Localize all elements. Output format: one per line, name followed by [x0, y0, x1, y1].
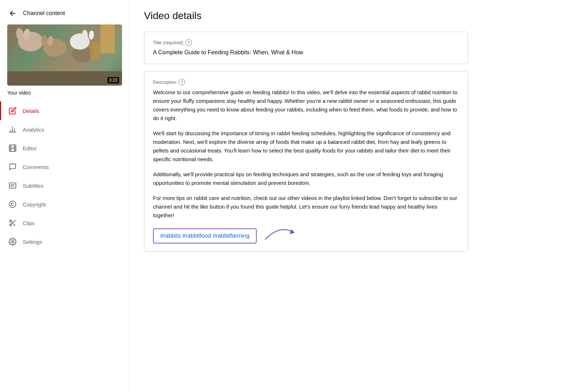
sidebar-item-copyright[interactable]: Copyright	[0, 195, 129, 214]
sidebar-item-label-clips: Clips	[23, 220, 35, 226]
gear-icon	[8, 237, 17, 246]
sidebar-navigation: Details Analytics	[0, 101, 129, 251]
title-help-icon[interactable]: ?	[185, 39, 192, 46]
svg-line-20	[11, 222, 13, 223]
sidebar-item-subtitles[interactable]: Subtitles	[0, 176, 129, 195]
sidebar-item-label-editor: Editor	[23, 145, 37, 151]
sidebar-item-label-copyright: Copyright	[23, 201, 46, 208]
video-duration: 3:23	[107, 77, 119, 83]
svg-rect-12	[9, 183, 16, 188]
sidebar-item-comments[interactable]: Comments	[0, 158, 129, 176]
svg-marker-22	[290, 229, 295, 234]
bar-chart-icon	[8, 125, 17, 134]
copyright-icon	[8, 200, 17, 209]
subtitles-icon	[8, 181, 17, 190]
hashtag-box: #rabbits #rabbitfood #rabbitfarming	[153, 228, 257, 243]
sidebar-item-editor[interactable]: Editor	[0, 139, 129, 158]
sidebar-item-label-subtitles: Subtitles	[23, 183, 44, 189]
sidebar-item-clips[interactable]: Clips	[0, 214, 129, 232]
channel-content-label: Channel content	[23, 10, 65, 17]
svg-line-19	[13, 224, 15, 225]
sidebar-item-settings[interactable]: Settings	[0, 232, 129, 251]
video-thumbnail: 3:23	[7, 24, 122, 86]
sidebar-item-details[interactable]: Details	[0, 101, 129, 120]
description-para-1: Welcome to our comprehensive guide on fe…	[153, 88, 459, 123]
title-field-label: Title (required) ?	[153, 39, 459, 46]
sidebar: Channel content 3:23 Y	[0, 0, 130, 392]
main-content: Video details Title (required) ? A Compl…	[130, 0, 576, 392]
title-section: Title (required) ? A Complete Guide to F…	[144, 32, 468, 64]
page-title: Video details	[144, 10, 562, 22]
description-para-3: Additionally, we'll provide practical ti…	[153, 170, 459, 187]
comment-icon	[8, 163, 17, 171]
back-button[interactable]	[7, 8, 18, 19]
svg-point-15	[9, 201, 16, 208]
sidebar-item-label-comments: Comments	[23, 164, 49, 170]
sidebar-header: Channel content	[0, 0, 129, 24]
sidebar-item-label-details: Details	[23, 108, 39, 114]
description-para-4: For more tips on rabbit care and nutriti…	[153, 194, 459, 220]
video-thumbnail-container: 3:23	[7, 24, 122, 86]
sidebar-item-analytics[interactable]: Analytics	[0, 120, 129, 139]
description-text: Welcome to our comprehensive guide on fe…	[153, 88, 459, 220]
title-value: A Complete Guide to Feeding Rabbits: Whe…	[153, 49, 459, 56]
description-field-label: Description ?	[153, 79, 459, 85]
description-help-icon[interactable]: ?	[179, 79, 185, 85]
sidebar-item-label-settings: Settings	[23, 239, 42, 245]
svg-point-21	[12, 241, 14, 243]
pencil-icon	[8, 106, 17, 115]
hashtag-row: #rabbits #rabbitfood #rabbitfarming	[153, 221, 459, 244]
back-arrow-icon	[9, 9, 17, 17]
your-video-label: Your video	[0, 90, 129, 101]
description-para-2: We'll start by discussing the importance…	[153, 129, 459, 164]
description-section: Description ? Welcome to our comprehensi…	[144, 71, 468, 252]
scissors-icon	[8, 219, 17, 227]
sidebar-item-label-analytics: Analytics	[23, 127, 44, 133]
curved-arrow-annotation	[262, 221, 298, 244]
film-icon	[8, 144, 17, 152]
